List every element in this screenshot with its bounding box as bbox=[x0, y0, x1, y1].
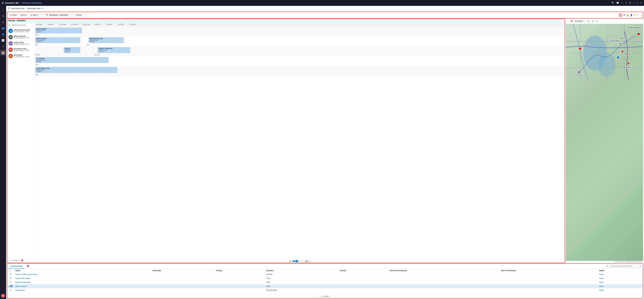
requirement-link[interactable]: Move furniture bbox=[15, 285, 26, 287]
map-pin[interactable]: 3 bbox=[579, 47, 582, 50]
requirement-link[interactable]: Fix antenna bbox=[15, 289, 24, 291]
menu-icon[interactable]: ☰ bbox=[8, 7, 10, 10]
row-checkbox[interactable] bbox=[10, 277, 12, 279]
nav-left: ⊞ Dynamics 365 | Resource Scheduling bbox=[2, 2, 42, 4]
resource-name: Ashley Chinn bbox=[14, 42, 34, 43]
filters-button[interactable]: ⊟ Filters bbox=[9, 13, 18, 17]
map-icon[interactable]: 🗺 bbox=[623, 14, 625, 16]
next-req-page[interactable]: › bbox=[330, 296, 331, 298]
list-icon[interactable]: ≡ bbox=[0, 44, 6, 49]
row-to bbox=[214, 280, 265, 284]
resource-item[interactable]: AM Abraham McCormick 4h 22m booked ⓘ 10% bbox=[7, 28, 35, 34]
requirement-link[interactable]: Install HVAC sytem bbox=[15, 277, 30, 280]
window-icon[interactable]: ☐ bbox=[640, 2, 642, 4]
row-checkbox[interactable] bbox=[10, 273, 12, 275]
hourly-button[interactable]: Hourly ▾ bbox=[19, 13, 28, 17]
task-block[interactable]: Replace refrigerator Requirement 4h 27m bbox=[98, 47, 130, 53]
search-resources-input[interactable] bbox=[11, 23, 35, 27]
chat-icon[interactable]: 💬 bbox=[616, 2, 619, 4]
nav-add-button[interactable]: + bbox=[42, 7, 43, 10]
resource-item[interactable]: BF Bernadette Foley 6h 49m booked ⓘ 15% bbox=[7, 47, 35, 53]
more-button[interactable]: ··· bbox=[84, 13, 88, 17]
unscheduled-tab[interactable]: Unscheduled bbox=[9, 264, 24, 269]
prev-req-page[interactable]: ‹ bbox=[320, 296, 320, 298]
map-pin[interactable] bbox=[578, 71, 580, 74]
map-prev-button[interactable]: ‹ bbox=[567, 20, 569, 23]
map-pin[interactable] bbox=[637, 32, 640, 36]
edit-icon[interactable]: ✎ bbox=[637, 14, 638, 16]
refresh-icon-2[interactable]: ↺ bbox=[640, 265, 641, 267]
map-label-clyde: Clyde Hill bbox=[618, 43, 626, 45]
tabs-left: Unscheduled ③ bbox=[9, 264, 29, 268]
requirement-search-input[interactable] bbox=[610, 264, 639, 268]
map-zoom-in[interactable]: 🔍 bbox=[586, 20, 590, 23]
time-slot: 11:00 AM bbox=[70, 22, 82, 26]
person-add-icon[interactable]: 👤 bbox=[630, 14, 632, 16]
select-all-checkbox[interactable] bbox=[9, 270, 11, 271]
person-icon[interactable]: 👤 bbox=[0, 32, 6, 37]
nav-washington[interactable]: Washington state bbox=[27, 8, 40, 10]
bell-icon[interactable]: 🔔 bbox=[626, 14, 629, 16]
resource-item[interactable]: AD Allison Dickson 7h 30m booked ⓘ 17% bbox=[7, 34, 35, 40]
resource-list: 🔍 ⇅ AM Abraham McCormick 4h 22m booked bbox=[7, 22, 35, 263]
row-checkbox[interactable] bbox=[10, 289, 12, 291]
book-button[interactable]: ⊞ Book bbox=[74, 13, 83, 17]
task-block[interactable]: Fix antenna Requirement 6h 49m bbox=[36, 57, 108, 63]
chart-icon[interactable]: 📊 bbox=[0, 38, 6, 43]
resource-booked: 7h 28m booked ⓘ 17% bbox=[14, 43, 34, 45]
map-layers-icon[interactable]: ⊙ bbox=[596, 20, 598, 23]
refresh-icon[interactable]: ↺ bbox=[634, 14, 636, 16]
task-block[interactable]: Regrease bearings Requirement 3h 15m bbox=[88, 37, 124, 43]
map-area[interactable]: Kirkland Redmond Union Bay Yarrow Point … bbox=[566, 24, 643, 261]
task-duration: 3h 15m bbox=[90, 41, 123, 42]
prev-page-icon[interactable]: ‹ bbox=[8, 260, 9, 262]
waffle-icon[interactable]: ⊞ bbox=[2, 2, 4, 4]
nav-initial-view[interactable]: Initial public view bbox=[11, 8, 24, 10]
filter-icon[interactable]: ▽ bbox=[626, 2, 627, 4]
requirement-link[interactable]: Regrease bearings bbox=[15, 281, 30, 283]
user-avatar[interactable]: RS bbox=[1, 294, 5, 298]
calendar-icon[interactable]: 📅 bbox=[0, 50, 6, 55]
requirement-link[interactable]: Express delivery spare parts bbox=[15, 274, 38, 276]
help-icon[interactable]: ? bbox=[633, 2, 634, 4]
resource-search-bar: 🔍 ⇅ bbox=[7, 22, 35, 28]
row-expand-icon[interactable]: ⊞ bbox=[9, 286, 10, 287]
row-checkbox[interactable] bbox=[10, 281, 12, 283]
resource-item[interactable]: BK Bob Kozak 7h 16m booked ⓘ 16% bbox=[7, 53, 35, 59]
zoom-slider[interactable] bbox=[292, 260, 304, 262]
gantt-button[interactable]: ⊞ Gantt ▾ bbox=[29, 13, 40, 17]
row-checkbox[interactable] bbox=[10, 285, 12, 287]
row-priority bbox=[338, 276, 388, 280]
row-from bbox=[151, 284, 214, 288]
gantt-rows: Move furniture Requirement 4h 22m 22m bbox=[35, 26, 565, 259]
settings-icon[interactable]: ⚙ bbox=[629, 2, 631, 4]
task-block[interactable]: Express Requirem 3h 01m bbox=[64, 47, 80, 53]
download-icon[interactable]: ⤓ bbox=[636, 2, 638, 4]
map-pin[interactable] bbox=[621, 50, 624, 53]
clock-icon[interactable]: ◷ bbox=[0, 13, 6, 18]
home-icon[interactable]: ⌂ bbox=[0, 7, 6, 12]
time-slot: 3:00 PM bbox=[117, 22, 128, 26]
people-icon[interactable]: 👥 bbox=[0, 26, 6, 31]
map-pin[interactable] bbox=[617, 56, 620, 59]
expand-icon[interactable]: ⊞ bbox=[289, 260, 291, 262]
search-icon[interactable]: 🔍 bbox=[612, 2, 614, 4]
next-page-icon[interactable]: › bbox=[19, 260, 20, 262]
task-sub: Requirement bbox=[36, 39, 79, 41]
task-block[interactable]: Move furniture Requirement 4h 15m bbox=[36, 37, 80, 43]
chevron-down-gantt[interactable]: ▾ bbox=[309, 260, 310, 262]
next-date-button[interactable]: › bbox=[70, 13, 74, 17]
chevron-down-icon-2: ▾ bbox=[38, 14, 38, 16]
map-next-button[interactable]: › bbox=[584, 20, 586, 23]
prev-date-button[interactable]: ‹ bbox=[40, 13, 44, 17]
task-duration: 4h 22m bbox=[36, 31, 81, 33]
task-block[interactable]: Move furniture Requirement 4h 22m bbox=[36, 28, 82, 33]
row-from bbox=[151, 288, 214, 292]
map-pin[interactable] bbox=[627, 62, 630, 65]
map-zoom-out[interactable]: 🔎 bbox=[591, 20, 595, 23]
task-block[interactable]: Install HVAC sytem Requirement 7h 16m bbox=[36, 67, 117, 73]
add-icon[interactable]: ＋ bbox=[621, 2, 624, 4]
pin-icon[interactable]: ◎ bbox=[0, 19, 6, 24]
resource-item[interactable]: AC Ashley Chinn 7h 28m booked ⓘ 17% bbox=[7, 40, 35, 47]
toolbar-more-icon[interactable]: ··· bbox=[640, 14, 641, 16]
